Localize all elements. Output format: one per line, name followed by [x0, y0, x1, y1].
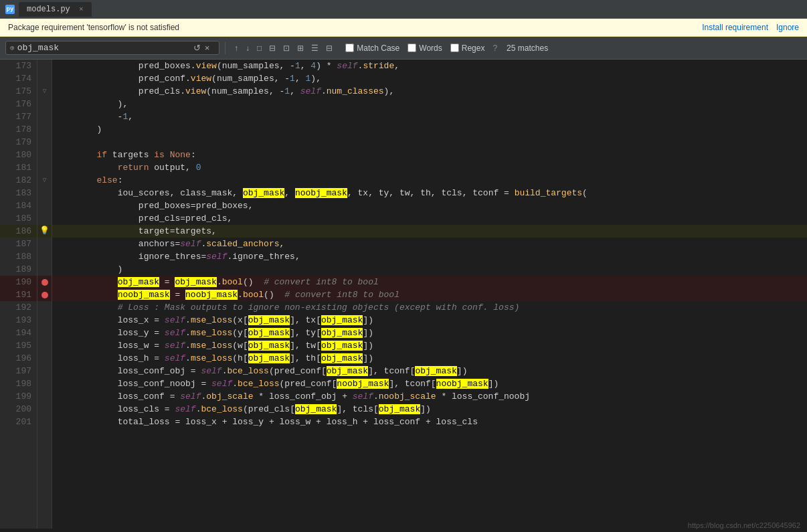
line-number: 187	[0, 238, 37, 250]
gutter-cell	[37, 339, 52, 352]
clear-search-button[interactable]: ×	[203, 43, 212, 53]
line-number: 188	[0, 250, 37, 263]
line-number: 178	[0, 123, 37, 136]
line-number: 185	[0, 212, 37, 225]
code-line: loss_conf_obj = self.bce_loss(pred_conf[…	[52, 365, 807, 377]
regex-label: Regex	[462, 43, 485, 53]
filename-label: models.py	[27, 5, 70, 14]
line-number: 195	[0, 339, 37, 352]
line-number: 175	[0, 85, 37, 98]
code-line: loss_x = self.mse_loss(x[obj_mask], tx[o…	[52, 314, 807, 327]
watermark: https://blog.csdn.net/c2250645962	[688, 521, 800, 529]
fold-icon[interactable]: ▽	[42, 174, 46, 187]
match-case-checkbox[interactable]	[345, 43, 354, 52]
search-options: Match Case Words Regex ?	[345, 43, 497, 53]
code-line: ),	[52, 98, 807, 110]
code-line: loss_w = self.mse_loss(w[obj_mask], tw[o…	[52, 339, 807, 352]
line-number: 193	[0, 314, 37, 327]
code-line: loss_cls = self.bce_loss(pred_cls[obj_ma…	[52, 403, 807, 416]
code-line	[52, 136, 807, 149]
regex-option[interactable]: Regex	[450, 43, 485, 53]
btn-extra2[interactable]: ⊞	[294, 42, 307, 54]
next-match-button[interactable]: ↓	[242, 42, 253, 54]
gutter-cell	[37, 136, 52, 149]
gutter-cell	[37, 352, 52, 365]
regex-checkbox[interactable]	[450, 43, 459, 52]
code-line: )	[52, 123, 807, 136]
install-requirement-link[interactable]: Install requirement	[702, 23, 768, 32]
gutter-cell	[37, 98, 52, 110]
gutter-cell	[37, 187, 52, 199]
gutter-cell	[37, 314, 52, 327]
code-line: loss_conf_noobj = self.bce_loss(pred_con…	[52, 377, 807, 390]
gutter-cell	[37, 123, 52, 136]
words-option[interactable]: Words	[408, 43, 442, 53]
code-line: )	[52, 263, 807, 276]
help-button[interactable]: ?	[492, 43, 497, 53]
line-number: 184	[0, 199, 37, 212]
warning-gutter-icon: 💡	[39, 225, 50, 238]
line-number: 196	[0, 352, 37, 365]
code-line: if targets is None:	[52, 149, 807, 161]
gutter-cell: ▽	[37, 174, 52, 187]
line-number: 194	[0, 327, 37, 339]
multiline-button[interactable]: ⊟	[266, 42, 279, 54]
reset-search-button[interactable]: ↺	[191, 43, 203, 53]
title-bar: py models.py ×	[0, 0, 807, 19]
gutter-cell	[37, 416, 52, 428]
btn-extra1[interactable]: ⊡	[280, 42, 293, 54]
filter-button[interactable]: ☰	[308, 42, 322, 54]
gutter-cell	[37, 149, 52, 161]
line-number: 199	[0, 390, 37, 403]
line-number: 179	[0, 136, 37, 149]
words-checkbox[interactable]	[408, 43, 416, 52]
gutter-cell	[37, 327, 52, 339]
gutter-cell	[37, 390, 52, 403]
line-numbers-panel: 1731741751761771781791801811821831841851…	[0, 60, 37, 529]
breakpoint-icon[interactable]	[41, 279, 48, 286]
line-number: 200	[0, 403, 37, 416]
gutter-cell	[37, 110, 52, 123]
code-line: pred_cls.view(num_samples, -1, self.num_…	[52, 85, 807, 98]
prev-match-button[interactable]: ↑	[231, 42, 242, 54]
line-number: 183	[0, 187, 37, 199]
gutter-cell	[37, 263, 52, 276]
line-number: 191	[0, 288, 37, 301]
code-panel[interactable]: pred_boxes.view(num_samples, -1, 4) * se…	[52, 60, 807, 529]
warning-message: Package requirement 'tensorflow' is not …	[8, 23, 179, 32]
line-number: 180	[0, 149, 37, 161]
warning-actions: Install requirement Ignore	[702, 23, 799, 32]
match-case-option[interactable]: Match Case	[345, 43, 399, 53]
code-line: # Loss : Mask outputs to ignore non-exis…	[52, 301, 807, 314]
file-icon: py	[5, 5, 15, 14]
word-wrap-button[interactable]: □	[254, 42, 265, 54]
search-bar: ⊕ ↺ × ↑ ↓ □ ⊟ ⊡ ⊞ ☰ ⊟ Match Case Words R…	[0, 37, 807, 60]
gutter-cell	[37, 250, 52, 263]
code-line: loss_conf = self.obj_scale * loss_conf_o…	[52, 390, 807, 403]
code-line: noobj_mask = noobj_mask.bool() # convert…	[52, 288, 807, 301]
gutter-cell	[37, 288, 52, 301]
search-toolbar-buttons: ↑ ↓ □ ⊟ ⊡ ⊞ ☰ ⊟	[231, 42, 336, 54]
code-line: anchors=self.scaled_anchors,	[52, 238, 807, 250]
collapse-button[interactable]: ⊟	[323, 42, 336, 54]
warning-bar: Package requirement 'tensorflow' is not …	[0, 19, 807, 37]
code-line: ignore_thres=self.ignore_thres,	[52, 250, 807, 263]
code-line: loss_h = self.mse_loss(h[obj_mask], th[o…	[52, 352, 807, 365]
code-line: pred_boxes.view(num_samples, -1, 4) * se…	[52, 60, 807, 72]
fold-icon[interactable]: ▽	[42, 85, 46, 98]
line-number: 189	[0, 263, 37, 276]
gutter-cell: 💡	[37, 225, 52, 238]
words-label: Words	[419, 43, 442, 53]
tab-title[interactable]: models.py ×	[19, 2, 92, 17]
code-line: pred_cls=pred_cls,	[52, 212, 807, 225]
line-number: 198	[0, 377, 37, 390]
line-number: 173	[0, 60, 37, 72]
gutter-cell	[37, 238, 52, 250]
divider-1	[225, 42, 226, 54]
code-line: loss_y = self.mse_loss(y[obj_mask], ty[o…	[52, 327, 807, 339]
code-line: total_loss = loss_x + loss_y + loss_w + …	[52, 416, 807, 428]
tab-close-button[interactable]: ×	[79, 5, 84, 13]
breakpoint-icon[interactable]	[41, 292, 48, 298]
ignore-link[interactable]: Ignore	[776, 23, 799, 32]
search-input[interactable]	[17, 43, 191, 53]
